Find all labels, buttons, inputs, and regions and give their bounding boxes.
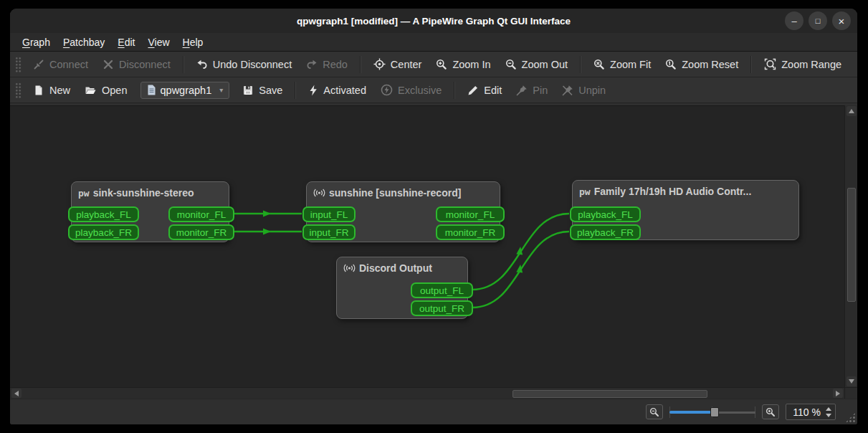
- scroll-right-button[interactable]: [833, 389, 843, 398]
- port-monitor-fr[interactable]: monitor_FR: [168, 224, 234, 240]
- port-monitor-fl[interactable]: monitor_FL: [168, 206, 234, 222]
- open-button[interactable]: Open: [77, 81, 134, 100]
- zoom-reset-button[interactable]: Zoom Reset: [658, 55, 745, 74]
- maximize-icon: □: [816, 17, 821, 25]
- menu-patchbay[interactable]: Patchbay: [57, 34, 111, 50]
- vertical-scrollbar[interactable]: [844, 105, 857, 387]
- node-title: sink-sunshine-stereo: [93, 187, 194, 199]
- graph-canvas[interactable]: pw sink-sunshine-stereo playback_FL play…: [10, 105, 844, 387]
- slider-handle[interactable]: [710, 407, 719, 417]
- toolbar-grip[interactable]: [15, 82, 22, 98]
- port-playback-fl[interactable]: playback_FL: [570, 206, 641, 222]
- toolbar-separator: [750, 56, 752, 73]
- pipewire-icon: pw: [579, 187, 591, 196]
- pin-icon: [516, 85, 528, 96]
- scroll-left-button[interactable]: [11, 389, 22, 398]
- center-icon: [373, 58, 386, 70]
- port-playback-fr[interactable]: playback_FR: [570, 224, 641, 240]
- zoom-in-button[interactable]: Zoom In: [429, 55, 497, 74]
- zoom-in-icon: [766, 407, 776, 417]
- menu-view[interactable]: View: [141, 34, 176, 50]
- new-file-icon: [33, 85, 44, 96]
- vertical-scrollbar-handle[interactable]: [847, 188, 856, 302]
- connect-button[interactable]: Connect: [26, 55, 95, 74]
- arrow-down-icon: [849, 379, 854, 384]
- port-input-fl[interactable]: input_FL: [302, 206, 356, 222]
- menu-help[interactable]: Help: [176, 34, 210, 50]
- connection-wire: [472, 232, 569, 308]
- connections-layer: [10, 106, 844, 387]
- edit-button[interactable]: Edit: [460, 81, 509, 100]
- window-controls: – □ ×: [785, 11, 851, 30]
- close-icon: ×: [839, 16, 845, 27]
- arrow-left-icon: [14, 391, 19, 396]
- stream-icon: [343, 262, 356, 274]
- activated-button[interactable]: Activated: [301, 81, 373, 100]
- patchbay-profile-combo[interactable]: qpwgraph1 ▾: [140, 82, 230, 99]
- node-title: Family 17h/19h HD Audio Contr...: [594, 186, 752, 197]
- close-button[interactable]: ×: [832, 11, 851, 30]
- port-output-fr[interactable]: output_FR: [411, 300, 473, 316]
- statusbar: 110 %: [10, 399, 857, 424]
- minimize-icon: –: [791, 16, 796, 26]
- statusbar-zoom-in-button[interactable]: [762, 404, 779, 419]
- zoom-fit-button[interactable]: Zoom Fit: [586, 55, 658, 74]
- menu-edit[interactable]: Edit: [111, 34, 141, 50]
- window-resize-grip[interactable]: [845, 412, 856, 423]
- maximize-button[interactable]: □: [809, 11, 827, 30]
- horizontal-scrollbar-handle[interactable]: [512, 390, 707, 398]
- port-monitor-fl[interactable]: monitor_FL: [436, 206, 505, 222]
- disconnect-icon: [102, 59, 114, 70]
- zoom-range-button[interactable]: Zoom Range: [757, 54, 849, 74]
- zoom-percent-spinbox[interactable]: 110 %: [786, 404, 836, 420]
- port-playback-fr[interactable]: playback_FR: [68, 224, 139, 240]
- horizontal-scrollbar[interactable]: [10, 387, 844, 399]
- wire-arrow-icon: [516, 265, 523, 273]
- unpin-icon: [562, 85, 573, 96]
- save-button[interactable]: Save: [235, 81, 290, 100]
- spinbox-arrows: [826, 407, 831, 417]
- zoom-range-icon: [764, 58, 776, 70]
- toolbar-grip[interactable]: [15, 57, 22, 72]
- arrow-up-icon: [849, 109, 854, 113]
- spin-up-icon[interactable]: [826, 407, 831, 411]
- port-output-fl[interactable]: output_FL: [411, 282, 473, 298]
- wire-arrow-icon: [263, 211, 271, 217]
- zoom-out-icon: [505, 59, 517, 70]
- scroll-down-button[interactable]: [846, 376, 857, 386]
- node-sunshine-record[interactable]: sunshine [sunshine-record] input_FL inpu…: [306, 181, 500, 242]
- stream-icon: [313, 187, 325, 199]
- statusbar-zoom-out-button[interactable]: [646, 404, 663, 419]
- unpin-button[interactable]: Unpin: [555, 81, 613, 100]
- redo-button[interactable]: Redo: [299, 55, 355, 74]
- node-family-hd-audio[interactable]: pw Family 17h/19h HD Audio Contr... play…: [572, 180, 799, 240]
- slider-fill: [669, 411, 711, 414]
- patchbay-profile-value: qpwgraph1: [161, 85, 212, 96]
- menu-graph[interactable]: Graph: [16, 34, 57, 50]
- undo-disconnect-button[interactable]: Undo Disconnect: [189, 55, 299, 74]
- toolbar-file: New Open qpwgraph1 ▾ Save Activat: [10, 77, 857, 103]
- titlebar[interactable]: qpwgraph1 [modified] — A PipeWire Graph …: [10, 9, 857, 33]
- center-button[interactable]: Center: [366, 54, 429, 74]
- toolbar-separator: [183, 56, 184, 73]
- pin-button[interactable]: Pin: [509, 81, 555, 100]
- port-input-fr[interactable]: input_FR: [302, 224, 356, 240]
- menubar: Graph Patchbay Edit View Help: [10, 33, 857, 52]
- zoom-slider[interactable]: [669, 406, 755, 419]
- port-monitor-fr[interactable]: monitor_FR: [436, 224, 505, 240]
- node-discord-output[interactable]: Discord Output output_FL output_FR: [336, 257, 468, 319]
- edit-pencil-icon: [467, 85, 479, 96]
- exclusive-button[interactable]: Exclusive: [373, 80, 449, 100]
- zoom-out-button[interactable]: Zoom Out: [498, 55, 575, 74]
- node-sink-sunshine-stereo[interactable]: pw sink-sunshine-stereo playback_FL play…: [71, 181, 229, 242]
- scroll-up-button[interactable]: [846, 106, 857, 116]
- node-header: sunshine [sunshine-record]: [307, 182, 500, 199]
- arrow-right-icon: [836, 391, 840, 396]
- disconnect-button[interactable]: Disconnect: [95, 55, 178, 74]
- spin-down-icon[interactable]: [826, 414, 831, 417]
- new-button[interactable]: New: [26, 81, 77, 100]
- activated-bolt-icon: [308, 85, 318, 96]
- minimize-button[interactable]: –: [785, 11, 803, 30]
- node-title: sunshine [sunshine-record]: [329, 187, 461, 199]
- port-playback-fl[interactable]: playback_FL: [68, 206, 139, 222]
